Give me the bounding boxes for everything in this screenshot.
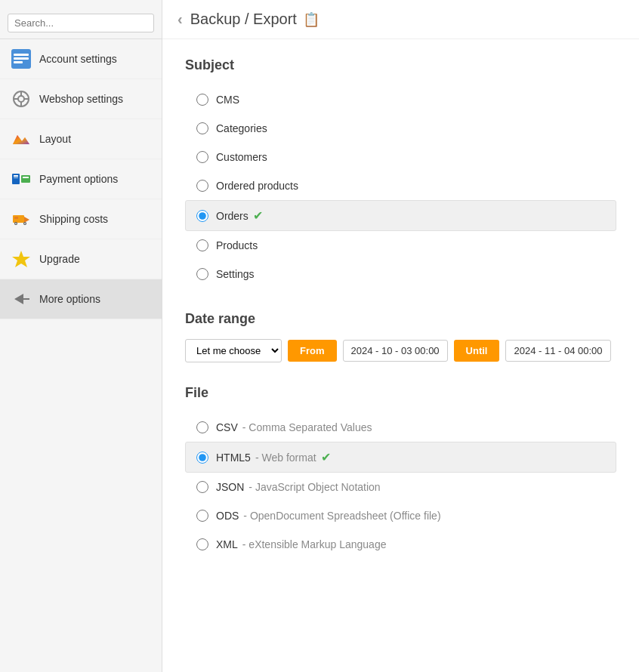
layout-icon bbox=[11, 128, 32, 150]
svg-marker-24 bbox=[12, 251, 30, 267]
sidebar-item-upgrade[interactable]: Upgrade bbox=[0, 239, 162, 279]
file-radio-html5[interactable] bbox=[196, 452, 208, 464]
date-range-select[interactable]: Let me choose All dates This month Last … bbox=[185, 339, 282, 362]
svg-rect-3 bbox=[14, 61, 23, 63]
subject-section-title: Subject bbox=[185, 57, 616, 73]
file-radio-xml[interactable] bbox=[196, 538, 208, 550]
page-header: ‹ Backup / Export 📋 bbox=[162, 0, 639, 39]
file-option-ods: ODS - OpenDocument Spreadsheet (Office f… bbox=[185, 501, 616, 530]
sidebar: Account settings Webshop settings bbox=[0, 0, 162, 672]
subject-label-ordered-products[interactable]: Ordered products bbox=[216, 180, 298, 192]
svg-marker-11 bbox=[13, 135, 29, 144]
from-date-value[interactable]: 2024 - 10 - 03 00:00 bbox=[343, 340, 448, 362]
svg-rect-18 bbox=[14, 217, 18, 219]
subject-option-customers: Customers bbox=[185, 143, 616, 171]
subject-radio-cms[interactable] bbox=[196, 94, 208, 106]
sidebar-item-more-options[interactable]: More options bbox=[0, 279, 162, 319]
subject-option-products: Products bbox=[185, 231, 616, 260]
svg-rect-15 bbox=[21, 175, 30, 183]
back-button[interactable]: ‹ bbox=[178, 11, 183, 28]
page-title: Backup / Export 📋 bbox=[190, 11, 320, 28]
sidebar-item-webshop-settings-label: Webshop settings bbox=[39, 93, 123, 105]
content-area: Subject CMS Categories Customers Ordered… bbox=[162, 39, 639, 577]
subject-radio-ordered-products[interactable] bbox=[196, 180, 208, 192]
subject-label-orders[interactable]: Orders ✔ bbox=[216, 208, 263, 223]
sidebar-item-payment-options-label: Payment options bbox=[39, 173, 118, 185]
sidebar-item-shipping-costs[interactable]: Shipping costs bbox=[0, 199, 162, 239]
html5-check-icon: ✔ bbox=[321, 450, 331, 464]
file-label-csv[interactable]: CSV - Comma Separated Values bbox=[216, 421, 372, 433]
subject-radio-categories[interactable] bbox=[196, 122, 208, 134]
file-option-json: JSON - JavaScript Object Notation bbox=[185, 473, 616, 501]
subject-option-categories: Categories bbox=[185, 114, 616, 143]
sidebar-item-account-settings-label: Account settings bbox=[39, 53, 117, 65]
svg-rect-17 bbox=[13, 215, 24, 223]
upgrade-icon bbox=[11, 248, 32, 270]
webshop-settings-icon bbox=[11, 88, 32, 109]
file-radio-ods[interactable] bbox=[196, 510, 208, 522]
file-label-ods[interactable]: ODS - OpenDocument Spreadsheet (Office f… bbox=[216, 510, 441, 522]
file-section: File CSV - Comma Separated Values HTML5 … bbox=[185, 385, 616, 559]
sidebar-item-upgrade-label: Upgrade bbox=[39, 253, 80, 265]
svg-point-5 bbox=[18, 96, 24, 102]
file-label-json[interactable]: JSON - JavaScript Object Notation bbox=[216, 481, 381, 493]
page-title-text: Backup / Export bbox=[190, 11, 297, 28]
subject-label-customers[interactable]: Customers bbox=[216, 151, 267, 163]
sidebar-item-more-options-label: More options bbox=[39, 293, 100, 305]
sidebar-item-payment-options[interactable]: Payment options bbox=[0, 159, 162, 199]
sidebar-item-shipping-costs-label: Shipping costs bbox=[39, 213, 108, 225]
sidebar-item-layout-label: Layout bbox=[39, 133, 71, 145]
subject-radio-orders[interactable] bbox=[196, 210, 208, 222]
svg-marker-19 bbox=[24, 217, 29, 223]
subject-option-cms: CMS bbox=[185, 85, 616, 114]
svg-point-23 bbox=[24, 223, 26, 224]
svg-rect-16 bbox=[23, 177, 29, 178]
file-label-html5[interactable]: HTML5 - Web format ✔ bbox=[216, 450, 331, 464]
svg-rect-1 bbox=[14, 54, 29, 56]
file-section-title: File bbox=[185, 385, 616, 401]
search-input[interactable] bbox=[8, 14, 154, 32]
date-range-section-title: Date range bbox=[185, 311, 616, 327]
subject-option-ordered-products: Ordered products bbox=[185, 171, 616, 200]
svg-rect-2 bbox=[14, 57, 29, 60]
orders-check-icon: ✔ bbox=[253, 208, 263, 223]
svg-point-22 bbox=[15, 223, 17, 224]
file-option-csv: CSV - Comma Separated Values bbox=[185, 413, 616, 442]
subject-label-products[interactable]: Products bbox=[216, 239, 258, 251]
from-button[interactable]: From bbox=[288, 340, 337, 362]
payment-options-icon bbox=[11, 168, 32, 190]
file-label-xml[interactable]: XML - eXtensible Markup Language bbox=[216, 538, 386, 550]
sidebar-item-layout[interactable]: Layout bbox=[0, 119, 162, 159]
until-date-value[interactable]: 2024 - 11 - 04 00:00 bbox=[505, 340, 610, 362]
subject-radio-products[interactable] bbox=[196, 239, 208, 251]
subject-section: Subject CMS Categories Customers Ordered… bbox=[185, 57, 616, 288]
subject-label-settings[interactable]: Settings bbox=[216, 268, 255, 280]
shipping-costs-icon bbox=[11, 208, 32, 230]
file-radio-json[interactable] bbox=[196, 481, 208, 493]
svg-rect-13 bbox=[14, 175, 18, 177]
subject-label-categories[interactable]: Categories bbox=[216, 122, 267, 134]
subject-option-settings: Settings bbox=[185, 260, 616, 288]
sidebar-item-account-settings[interactable]: Account settings bbox=[0, 39, 162, 79]
date-range-section: Date range Let me choose All dates This … bbox=[185, 311, 616, 362]
svg-marker-25 bbox=[14, 294, 29, 304]
page-title-icon: 📋 bbox=[303, 11, 320, 28]
svg-rect-14 bbox=[14, 177, 18, 178]
more-options-icon bbox=[11, 288, 32, 310]
subject-label-cms[interactable]: CMS bbox=[216, 94, 239, 106]
until-button[interactable]: Until bbox=[454, 340, 500, 362]
search-container bbox=[0, 8, 162, 39]
date-range-controls: Let me choose All dates This month Last … bbox=[185, 339, 616, 362]
subject-radio-customers[interactable] bbox=[196, 151, 208, 163]
file-option-xml: XML - eXtensible Markup Language bbox=[185, 530, 616, 559]
subject-option-orders: Orders ✔ bbox=[185, 200, 616, 231]
sidebar-item-webshop-settings[interactable]: Webshop settings bbox=[0, 79, 162, 119]
file-option-html5: HTML5 - Web format ✔ bbox=[185, 442, 616, 473]
account-settings-icon bbox=[11, 48, 32, 69]
subject-radio-settings[interactable] bbox=[196, 268, 208, 280]
file-radio-csv[interactable] bbox=[196, 421, 208, 433]
main-content: ‹ Backup / Export 📋 Subject CMS Categori… bbox=[162, 0, 639, 672]
